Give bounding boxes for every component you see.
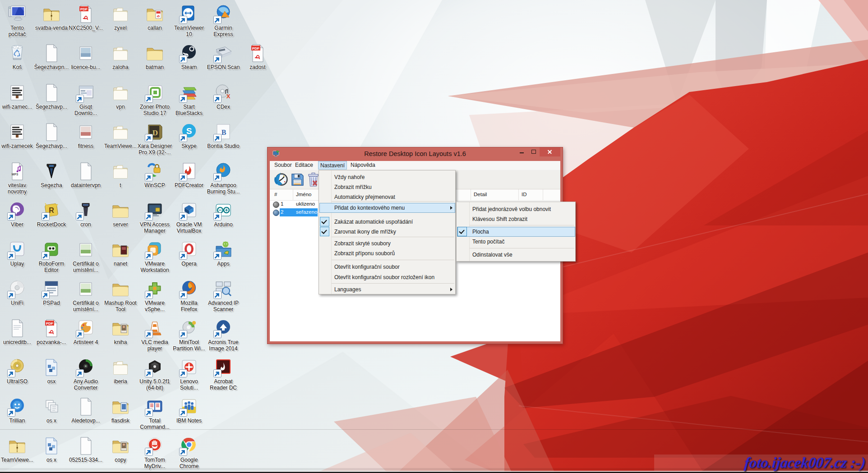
svg-text:PDF: PDF bbox=[46, 321, 53, 326]
svg-text:MP3: MP3 bbox=[12, 173, 18, 176]
svg-text:B: B bbox=[222, 129, 226, 136]
svg-text:R: R bbox=[49, 207, 54, 214]
svg-text:PDF: PDF bbox=[252, 46, 259, 51]
svg-text:X: X bbox=[226, 93, 231, 100]
svg-text:PDF: PDF bbox=[80, 7, 88, 11]
svg-text:D: D bbox=[152, 129, 158, 137]
